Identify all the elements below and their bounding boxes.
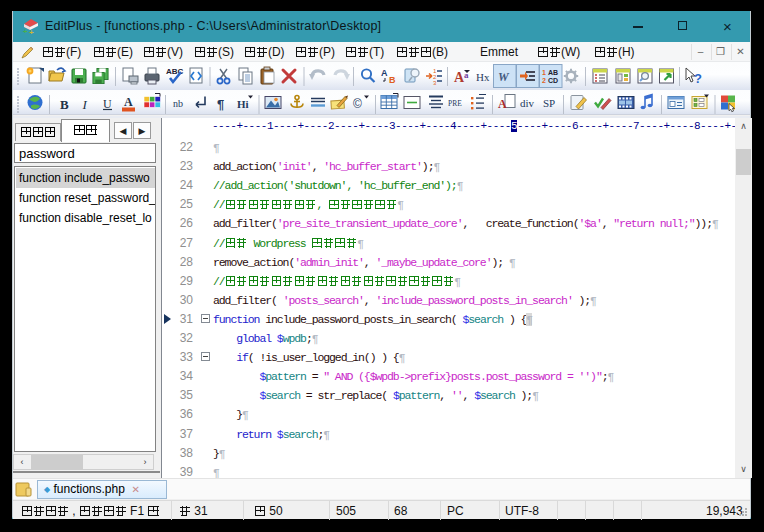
svg-text:AB: AB: [548, 69, 558, 76]
svg-text:div: div: [520, 97, 535, 109]
svg-text:A: A: [381, 68, 388, 78]
svg-text:W: W: [498, 70, 510, 84]
svg-text:2: 2: [542, 77, 546, 84]
svg-text:3: 3: [433, 80, 437, 86]
svg-text:PRE: PRE: [448, 99, 462, 108]
svg-text:Hi: Hi: [237, 98, 249, 110]
svg-text:CD: CD: [548, 77, 558, 84]
svg-text:Hx: Hx: [476, 71, 490, 83]
svg-text:+: +: [29, 28, 34, 35]
svg-text:+: +: [23, 27, 28, 35]
svg-text:ABC: ABC: [166, 67, 184, 76]
svg-text:A: A: [498, 97, 507, 111]
svg-text:?: ?: [694, 71, 702, 86]
svg-text:B: B: [389, 75, 396, 85]
svg-text:SP: SP: [543, 97, 555, 109]
svg-text:A: A: [124, 95, 133, 109]
svg-text:B: B: [60, 97, 69, 112]
svg-text:¶: ¶: [217, 97, 224, 112]
svg-text:I: I: [82, 97, 88, 112]
svg-text:nb: nb: [173, 98, 183, 109]
svg-text:U: U: [103, 97, 112, 111]
svg-text:1: 1: [542, 69, 546, 76]
svg-text:©: ©: [353, 97, 362, 111]
